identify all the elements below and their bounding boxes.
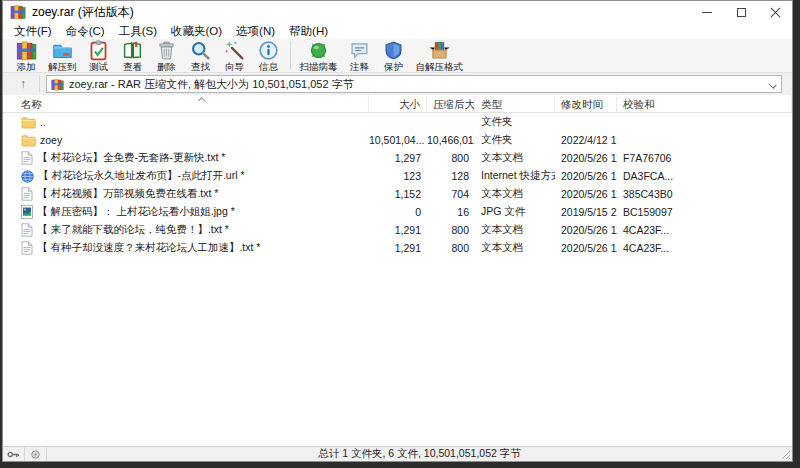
file-modified: 2020/5/26 11... [555,152,617,164]
file-name: .. [40,116,46,128]
file-name: 【 来了就能下载的论坛，纯免费！】.txt * [37,223,229,237]
column-header-packed[interactable]: 压缩后大小 [427,95,475,113]
menu-options[interactable]: 选项(N) [229,24,282,39]
file-packed: 128 [427,170,475,182]
file-name: 【 村花论坛】全免费-无套路-更新快.txt * [37,151,225,165]
comment-label: 注释 [350,61,369,72]
virus-scan-button[interactable]: 扫描病毒 [295,39,343,73]
file-size: 123 [369,170,427,182]
text-file-icon [21,187,33,201]
toolbar: 添加 解压到 测试 [3,39,792,73]
protect-button[interactable]: 保护 [377,39,411,73]
file-modified: 2020/5/26 11... [555,188,617,200]
test-button[interactable]: 测试 [82,39,116,73]
menu-file[interactable]: 文件(F) [7,24,59,39]
menu-help[interactable]: 帮助(H) [282,24,335,39]
file-type: 文件夹 [475,115,555,129]
file-checksum: 385C43B0 [617,188,792,200]
file-modified: 2020/5/26 11... [555,242,617,254]
delete-label: 删除 [157,61,176,72]
text-file-icon [21,151,33,165]
file-packed: 800 [427,242,475,254]
winrar-app-icon [10,4,26,20]
file-size: 10,501,04... [369,134,427,146]
menu-tools[interactable]: 工具(S) [112,24,164,39]
up-directory-button[interactable]: ↑ [11,75,35,93]
file-row-url[interactable]: 【 村花论坛永久地址发布页】-点此打开.url * 123 128 Intern… [3,167,792,185]
text-file-icon [21,241,33,255]
file-row-txt-3[interactable]: 【 来了就能下载的论坛，纯免费！】.txt * 1,291 800 文本文档 2… [3,221,792,239]
delete-button[interactable]: 删除 [150,39,184,73]
minimize-icon [702,12,712,13]
disc-status[interactable] [25,447,47,461]
comment-icon [349,40,370,61]
file-modified: 2020/5/26 13... [555,170,617,182]
file-size: 1,291 [369,224,427,236]
file-checksum: BC159097 [617,206,792,218]
add-button[interactable]: 添加 [9,39,43,73]
winrar-window: zoey.rar (评估版本) 文件(F) 命令(C) 工具(S) 收藏夹(O)… [2,0,793,462]
title-bar: zoey.rar (评估版本) [3,1,792,23]
find-button[interactable]: 查找 [184,39,218,73]
file-checksum: 4CA23F... [617,224,792,236]
file-size: 0 [369,206,427,218]
close-button[interactable] [758,1,792,23]
background-strip [0,463,800,468]
wizard-button[interactable]: 向导 [218,39,252,73]
file-modified: 2020/5/26 11... [555,224,617,236]
file-name: zoey [40,134,62,146]
file-list: .. 文件夹 zoey 10,501,04... 10,466,01... 文件… [3,113,792,446]
minimize-button[interactable] [690,1,724,23]
status-bar: 总计 1 文件夹, 6 文件, 10,501,051,052 字节 [3,446,792,461]
column-header-size[interactable]: 大小 [369,95,427,113]
sfx-label: 自解压格式 [416,61,464,72]
window-controls [690,1,792,23]
status-total-text: 总计 1 文件夹, 6 文件, 10,501,051,052 字节 [47,447,792,461]
file-name: 【 村花视频】万部视频免费在线看.txt * [37,187,218,201]
info-icon [258,40,279,61]
chevron-down-icon[interactable] [769,80,777,88]
file-row-txt-2[interactable]: 【 村花视频】万部视频免费在线看.txt * 1,152 704 文本文档 20… [3,185,792,203]
resize-grip-icon[interactable] [781,450,791,460]
protect-icon [383,40,404,61]
close-icon [770,7,780,17]
file-type: 文本文档 [475,151,555,165]
toolbar-separator [290,41,291,69]
file-row-txt-1[interactable]: 【 村花论坛】全免费-无套路-更新快.txt * 1,297 800 文本文档 … [3,149,792,167]
file-packed: 16 [427,206,475,218]
menu-commands[interactable]: 命令(C) [59,24,112,39]
info-button[interactable]: 信息 [252,39,286,73]
file-row-jpg[interactable]: 【 解压密码】： 上村花论坛看小姐姐.jpg * 0 16 JPG 文件 201… [3,203,792,221]
extract-to-label: 解压到 [48,61,77,72]
up-arrow-icon: ↑ [20,77,26,91]
file-name: 【 解压密码】： 上村花论坛看小姐姐.jpg * [37,205,235,219]
archive-path-combobox[interactable]: zoey.rar - RAR 压缩文件, 解包大小为 10,501,051,05… [46,75,782,93]
column-header-checksum[interactable]: 校验和 [617,95,792,113]
file-size: 1,297 [369,152,427,164]
column-header-modified[interactable]: 修改时间 [555,95,617,113]
add-archive-icon [16,40,37,61]
virus-scan-icon [308,40,329,61]
find-label: 查找 [191,61,210,72]
column-header-name[interactable]: 名称 [3,95,369,113]
maximize-button[interactable] [724,1,758,23]
jpg-file-icon [21,205,33,219]
file-checksum: F7A76706 [617,152,792,164]
view-button[interactable]: 查看 [116,39,150,73]
disc-icon [29,450,42,459]
file-row-txt-4[interactable]: 【 有种子却没速度？来村花论坛人工加速】.txt * 1,291 800 文本文… [3,239,792,257]
find-icon [190,40,211,61]
file-type: JPG 文件 [475,205,555,219]
file-row-zoey-folder[interactable]: zoey 10,501,04... 10,466,01... 文件夹 2022/… [3,131,792,149]
file-packed: 800 [427,152,475,164]
menu-favorites[interactable]: 收藏夹(O) [164,24,229,39]
file-row-parent-dir[interactable]: .. 文件夹 [3,113,792,131]
comment-button[interactable]: 注释 [343,39,377,73]
password-status[interactable] [3,447,25,461]
column-header-type[interactable]: 类型 [475,95,555,113]
add-label: 添加 [17,61,36,72]
extract-to-button[interactable]: 解压到 [43,39,82,73]
delete-icon [156,40,177,61]
protect-label: 保护 [384,61,403,72]
sfx-button[interactable]: 自解压格式 [411,39,469,73]
